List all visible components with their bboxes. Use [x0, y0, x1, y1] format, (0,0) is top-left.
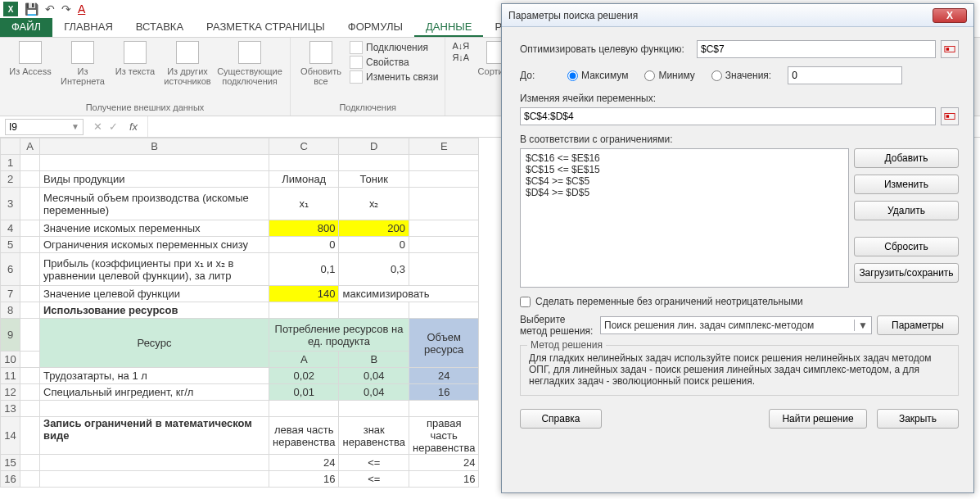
btn-from-web[interactable]: Из Интернета: [59, 41, 106, 86]
cell-B2[interactable]: Виды продукции: [40, 171, 269, 188]
objective-input[interactable]: [697, 40, 936, 58]
btn-edit-links[interactable]: Изменить связи: [350, 70, 438, 84]
save-icon[interactable]: 💾: [25, 2, 38, 16]
tab-home[interactable]: ГЛАВНАЯ: [52, 18, 124, 37]
valueof-input[interactable]: [788, 66, 902, 84]
tab-insert[interactable]: ВСТАВКА: [124, 18, 195, 37]
cell-B7[interactable]: Значение целевой функции: [40, 286, 269, 302]
cell-D2[interactable]: Тоник: [339, 171, 409, 188]
cell-CD9[interactable]: Потребление ресурсов на ед. продукта: [269, 319, 409, 352]
col-B[interactable]: B: [40, 138, 269, 155]
enter-icon[interactable]: ✓: [109, 120, 118, 133]
constraint-item[interactable]: $D$4 >= $D$5: [526, 187, 843, 198]
cell-B11[interactable]: Трудозатарты, на 1 л: [40, 368, 269, 384]
select-all[interactable]: [1, 138, 20, 155]
row-10[interactable]: 10: [1, 352, 20, 368]
cell-C2[interactable]: Лимонад: [269, 171, 339, 188]
redo-icon[interactable]: ↷: [61, 2, 71, 16]
row-8[interactable]: 8: [1, 302, 20, 319]
constraint-item[interactable]: $C$15 <= $E$15: [526, 164, 843, 175]
btn-properties[interactable]: Свойства: [350, 56, 438, 69]
cell-D4[interactable]: 200: [339, 220, 409, 237]
solve-button[interactable]: Найти решение: [769, 409, 867, 429]
cell-E9[interactable]: Объем ресурса: [409, 319, 478, 368]
btn-sort-za[interactable]: Я↓А: [452, 52, 469, 62]
cell-B6[interactable]: Прибыль (коэффициенты при x₁ и x₂ в урав…: [40, 253, 269, 286]
cell-E11[interactable]: 24: [409, 368, 478, 384]
delete-button[interactable]: Удалить: [854, 201, 959, 220]
col-D[interactable]: D: [339, 138, 409, 155]
cell-B8[interactable]: Использование ресурсов: [40, 302, 269, 319]
col-C[interactable]: C: [269, 138, 339, 155]
row-1[interactable]: 1: [1, 155, 20, 171]
cell-C10[interactable]: А: [269, 352, 339, 368]
cell-B4[interactable]: Значение искомых переменных: [40, 220, 269, 237]
cell-D16[interactable]: <=: [339, 471, 409, 488]
cell-D3[interactable]: x₂: [339, 188, 409, 220]
close-icon[interactable]: X: [933, 8, 967, 23]
cell-C16[interactable]: 16: [269, 471, 339, 488]
name-box[interactable]: I9▼: [5, 119, 84, 135]
reset-button[interactable]: Сбросить: [854, 237, 959, 256]
tab-layout[interactable]: РАЗМЕТКА СТРАНИЦЫ: [195, 18, 336, 37]
radio-max[interactable]: Максимум: [567, 70, 628, 81]
cell-E15[interactable]: 24: [409, 455, 478, 471]
dialog-titlebar[interactable]: Параметры поиска решения X: [502, 4, 973, 27]
change-button[interactable]: Изменить: [854, 175, 959, 194]
cell-C6[interactable]: 0,1: [269, 253, 339, 286]
add-button[interactable]: Добавить: [854, 148, 959, 168]
btn-sort-az[interactable]: А↓Я: [452, 41, 469, 51]
help-button[interactable]: Справка: [520, 409, 602, 429]
close-button[interactable]: Закрыть: [877, 409, 959, 429]
cell-D7[interactable]: максимизировать: [339, 286, 479, 302]
cell-C7[interactable]: 140: [269, 286, 339, 302]
row-14[interactable]: 14: [1, 417, 20, 455]
btn-refresh-all[interactable]: Обновить все: [297, 41, 345, 86]
row-2[interactable]: 2: [1, 171, 20, 188]
row-16[interactable]: 16: [1, 471, 20, 488]
cell-D14[interactable]: знакнеравенства: [339, 417, 409, 455]
cell-D6[interactable]: 0,3: [339, 253, 409, 286]
cell-B9[interactable]: Ресурс: [40, 319, 269, 368]
cell-B5[interactable]: Ограничения искомых переменных снизу: [40, 237, 269, 253]
cell-C3[interactable]: x₁: [269, 188, 339, 220]
row-12[interactable]: 12: [1, 384, 20, 401]
row-3[interactable]: 3: [1, 188, 20, 220]
cell-C12[interactable]: 0,01: [269, 384, 339, 401]
row-7[interactable]: 7: [1, 286, 20, 302]
tab-file[interactable]: ФАЙЛ: [0, 18, 52, 37]
cell-C14[interactable]: левая частьнеравенства: [269, 417, 339, 455]
row-5[interactable]: 5: [1, 237, 20, 253]
row-9[interactable]: 9: [1, 319, 20, 352]
objective-rangepicker-icon[interactable]: [941, 40, 959, 58]
fontcolor-icon[interactable]: A: [78, 2, 85, 16]
constraint-item[interactable]: $C$4 >= $C$5: [526, 175, 843, 187]
row-6[interactable]: 6: [1, 253, 20, 286]
radio-valueof[interactable]: Значения:: [711, 70, 771, 81]
btn-from-access[interactable]: Из Access: [7, 41, 54, 76]
loadsave-button[interactable]: Загрузить/сохранить: [854, 263, 959, 283]
cell-B3[interactable]: Месячный объем производства (искомые пер…: [40, 188, 269, 220]
cell-C4[interactable]: 800: [269, 220, 339, 237]
col-E[interactable]: E: [409, 138, 478, 155]
cell-E12[interactable]: 16: [409, 384, 478, 401]
cell-B12[interactable]: Специальный ингредиент, кг/л: [40, 384, 269, 401]
cell-D11[interactable]: 0,04: [339, 368, 409, 384]
cell-C11[interactable]: 0,02: [269, 368, 339, 384]
cell-C15[interactable]: 24: [269, 455, 339, 471]
cell-E14[interactable]: правая частьнеравенства: [409, 417, 478, 455]
cell-D12[interactable]: 0,04: [339, 384, 409, 401]
row-11[interactable]: 11: [1, 368, 20, 384]
params-button[interactable]: Параметры: [877, 315, 959, 335]
tab-formulas[interactable]: ФОРМУЛЫ: [336, 18, 414, 37]
vars-input[interactable]: [520, 107, 936, 125]
cell-E16[interactable]: 16: [409, 471, 478, 488]
constraint-item[interactable]: $C$16 <= $E$16: [526, 152, 843, 164]
cell-D5[interactable]: 0: [339, 237, 409, 253]
cancel-icon[interactable]: ✕: [93, 120, 102, 133]
vars-rangepicker-icon[interactable]: [941, 107, 959, 125]
constraints-list[interactable]: $C$16 <= $E$16 $C$15 <= $E$15 $C$4 >= $C…: [520, 148, 849, 288]
col-A[interactable]: A: [20, 138, 40, 155]
row-15[interactable]: 15: [1, 455, 20, 471]
row-13[interactable]: 13: [1, 401, 20, 417]
